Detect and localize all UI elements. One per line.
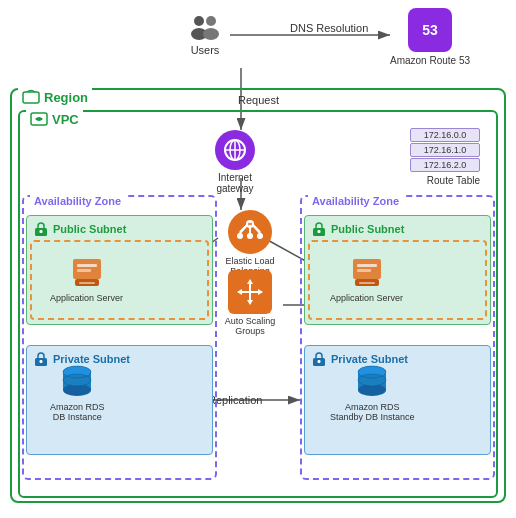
route-table-rows: 172.16.0.0 172.16.1.0 172.16.2.0 <box>410 128 480 172</box>
route-table-element: 172.16.0.0 172.16.1.0 172.16.2.0 Route T… <box>410 128 480 186</box>
svg-marker-48 <box>258 289 263 295</box>
lock-icon-priv-right <box>311 351 327 367</box>
route-table-label: Route Table <box>427 175 480 186</box>
diagram: DNS Resolution Request Replication Users… <box>0 0 516 518</box>
elb-svg <box>236 218 264 246</box>
svg-marker-47 <box>237 289 242 295</box>
igw-element: Internet gateway <box>215 130 255 194</box>
region-icon <box>22 88 40 106</box>
svg-rect-55 <box>357 264 377 267</box>
app-server-left-icon <box>69 255 105 291</box>
users-element: Users <box>185 12 225 56</box>
vpc-icon <box>30 110 48 128</box>
route-row-2: 172.16.1.0 <box>410 143 480 157</box>
elb-icon <box>228 210 272 254</box>
vpc-label: VPC <box>26 110 83 128</box>
svg-rect-56 <box>357 269 371 272</box>
app-server-right-icon <box>349 255 385 291</box>
asg-element: Auto Scaling Groups <box>210 270 290 336</box>
svg-point-10 <box>194 16 204 26</box>
vpc-text: VPC <box>52 112 79 127</box>
rds-right-icon <box>352 360 392 400</box>
lock-icon-priv-left <box>33 351 49 367</box>
public-subnet-left-label: Public Subnet <box>53 223 126 235</box>
users-label: Users <box>191 44 220 56</box>
svg-marker-46 <box>247 300 253 305</box>
lock-icon-pub-left <box>33 221 49 237</box>
rds-right-element: Amazon RDS Standby DB Instance <box>330 360 415 422</box>
asg-svg <box>235 277 265 307</box>
asg-label: Auto Scaling Groups <box>210 316 290 336</box>
elb-element: Elastic Load Balancing <box>215 210 285 276</box>
region-text: Region <box>44 90 88 105</box>
app-server-right-label: Application Server <box>330 293 403 303</box>
igw-svg <box>222 137 248 163</box>
svg-rect-50 <box>77 264 97 267</box>
svg-rect-58 <box>359 282 375 284</box>
rds-left-icon <box>57 360 97 400</box>
app-server-left-element: Application Server <box>50 255 123 303</box>
users-icon <box>185 12 225 44</box>
svg-rect-17 <box>40 230 43 233</box>
svg-rect-19 <box>318 230 321 233</box>
asg-icon <box>228 270 272 314</box>
igw-icon <box>215 130 255 170</box>
route-row-1: 172.16.0.0 <box>410 128 480 142</box>
app-server-right-element: Application Server <box>330 255 403 303</box>
svg-rect-23 <box>318 360 321 363</box>
igw-label: Internet gateway <box>216 172 253 194</box>
route53-label: Amazon Route 53 <box>390 55 470 66</box>
rds-left-label: Amazon RDS DB Instance <box>50 402 105 422</box>
route-row-3: 172.16.2.0 <box>410 158 480 172</box>
svg-rect-51 <box>77 269 91 272</box>
az-right-label: Availability Zone <box>308 195 403 207</box>
lock-icon-pub-right <box>311 221 327 237</box>
dns-label: DNS Resolution <box>290 22 368 34</box>
region-label: Region <box>18 88 92 106</box>
svg-point-12 <box>206 16 216 26</box>
svg-point-13 <box>203 28 219 40</box>
svg-rect-53 <box>79 282 95 284</box>
public-subnet-right-label: Public Subnet <box>331 223 404 235</box>
route53-icon: 53 <box>408 8 452 52</box>
rds-right-label: Amazon RDS Standby DB Instance <box>330 402 415 422</box>
svg-rect-21 <box>40 360 43 363</box>
svg-rect-14 <box>23 92 39 103</box>
az-left-label: Availability Zone <box>30 195 125 207</box>
route53-element: 53 Amazon Route 53 <box>390 8 470 66</box>
app-server-left-label: Application Server <box>50 293 123 303</box>
svg-marker-45 <box>247 279 253 284</box>
rds-left-element: Amazon RDS DB Instance <box>50 360 105 422</box>
